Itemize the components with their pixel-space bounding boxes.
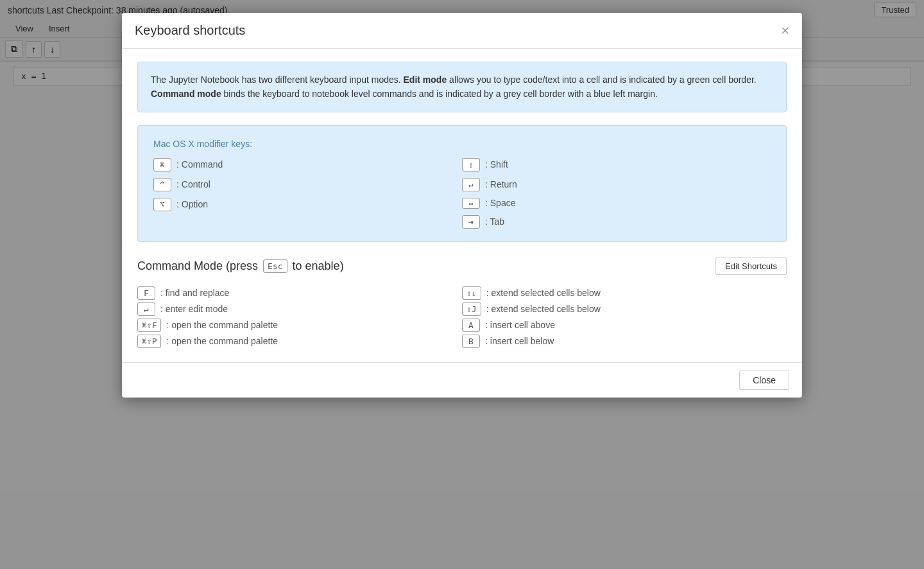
modifier-shift: ⇧ : Shift [462, 158, 771, 171]
modifier-keys-box: Mac OS X modifier keys: ⌘ : Command ^ : … [137, 125, 787, 242]
shift-key: ⇧ [462, 158, 480, 171]
modifier-title: Mac OS X modifier keys: [153, 139, 771, 149]
close-button[interactable]: Close [739, 371, 789, 390]
edit-shortcuts-button[interactable]: Edit Shortcuts [715, 258, 787, 275]
modal-overlay: Keyboard shortcuts × The Jupyter Noteboo… [0, 0, 924, 569]
command-mode-title: Command Mode (press Esc to enable) [137, 259, 344, 273]
shortcut-insert-above: A : insert cell above [462, 317, 787, 333]
enter-edit-desc: : enter edit mode [160, 304, 228, 314]
tab-key: ⇥ [462, 215, 480, 229]
info-text-after: binds the keyboard to notebook level com… [221, 89, 658, 99]
option-key: ⌥ [153, 198, 171, 211]
cmd-palette-2-desc: : open the command palette [166, 336, 278, 346]
return-label: : Return [485, 179, 517, 189]
modifier-option: ⌥ : Option [153, 198, 462, 211]
f-key: F [137, 286, 155, 300]
control-key: ^ [153, 178, 171, 191]
modifier-return: ↵ : Return [462, 178, 771, 191]
find-replace-desc: : find and replace [160, 288, 229, 298]
command-label: : Command [176, 159, 223, 170]
info-box: The Jupyter Notebook has two different k… [137, 62, 787, 112]
return-key: ↵ [462, 178, 480, 191]
b-key: B [462, 335, 480, 348]
esc-key: Esc [263, 259, 287, 273]
keyboard-shortcuts-modal: Keyboard shortcuts × The Jupyter Noteboo… [122, 13, 802, 398]
shortcuts-col-left: F : find and replace ↵ : enter edit mode… [137, 285, 462, 349]
modifier-col-left: ⌘ : Command ^ : Control ⌥ : Option [153, 158, 462, 229]
modifier-col-right: ⇧ : Shift ↵ : Return ▭ : Space ⇥ [462, 158, 771, 229]
shortcuts-col-right: ⇧↓ : extend selected cells below ⇧J : ex… [462, 285, 787, 349]
modal-close-button[interactable]: × [781, 24, 789, 38]
shortcut-insert-below: B : insert cell below [462, 333, 787, 349]
shift-label: : Shift [485, 159, 508, 170]
command-key: ⌘ [153, 158, 171, 171]
edit-mode-label: Edit mode [404, 74, 447, 85]
a-key: A [462, 319, 480, 332]
modal-header: Keyboard shortcuts × [122, 13, 802, 49]
modifier-control: ^ : Control [153, 178, 462, 191]
extend-below-2-desc: : extend selected cells below [486, 304, 601, 314]
cmd-palette-1-desc: : open the command palette [166, 320, 278, 330]
control-label: : Control [176, 179, 210, 189]
option-label: : Option [176, 199, 208, 209]
cmd-shift-f-key: ⌘⇧F [137, 319, 161, 332]
shortcut-cmd-palette-1: ⌘⇧F : open the command palette [137, 317, 462, 333]
shortcut-cmd-palette-2: ⌘⇧P : open the command palette [137, 333, 462, 349]
shortcuts-grid: F : find and replace ↵ : enter edit mode… [137, 285, 787, 349]
command-mode-label2-text: to enable) [293, 259, 344, 273]
command-mode-section-header: Command Mode (press Esc to enable) Edit … [137, 258, 787, 275]
shift-down-key: ⇧↓ [462, 286, 481, 300]
modal-body: The Jupyter Notebook has two different k… [122, 49, 802, 362]
modifier-space: ▭ : Space [462, 198, 771, 209]
command-mode-label-text: Command Mode (press [137, 259, 258, 273]
shift-j-key: ⇧J [462, 302, 481, 316]
extend-below-1-desc: : extend selected cells below [486, 288, 601, 298]
tab-label: : Tab [485, 216, 504, 227]
space-key: ▭ [462, 198, 480, 209]
shortcut-extend-below-2: ⇧J : extend selected cells below [462, 301, 787, 317]
shortcut-extend-below-1: ⇧↓ : extend selected cells below [462, 285, 787, 301]
space-label: : Space [485, 198, 515, 208]
modal-footer: Close [122, 362, 802, 398]
modifier-command: ⌘ : Command [153, 158, 462, 171]
info-text-before: The Jupyter Notebook has two different k… [151, 74, 404, 85]
shortcut-enter-edit: ↵ : enter edit mode [137, 301, 462, 317]
enter-key: ↵ [137, 302, 155, 316]
insert-below-desc: : insert cell below [485, 336, 554, 346]
modifier-grid: ⌘ : Command ^ : Control ⌥ : Option [153, 158, 771, 229]
modifier-tab: ⇥ : Tab [462, 215, 771, 229]
insert-above-desc: : insert cell above [485, 320, 555, 330]
shortcut-find-replace: F : find and replace [137, 285, 462, 301]
cmd-shift-p-key: ⌘⇧P [137, 335, 161, 348]
modal-title: Keyboard shortcuts [135, 23, 245, 38]
info-text-middle: allows you to type code/text into a cell… [447, 74, 757, 85]
command-mode-label-bold: Command mode [151, 89, 221, 99]
